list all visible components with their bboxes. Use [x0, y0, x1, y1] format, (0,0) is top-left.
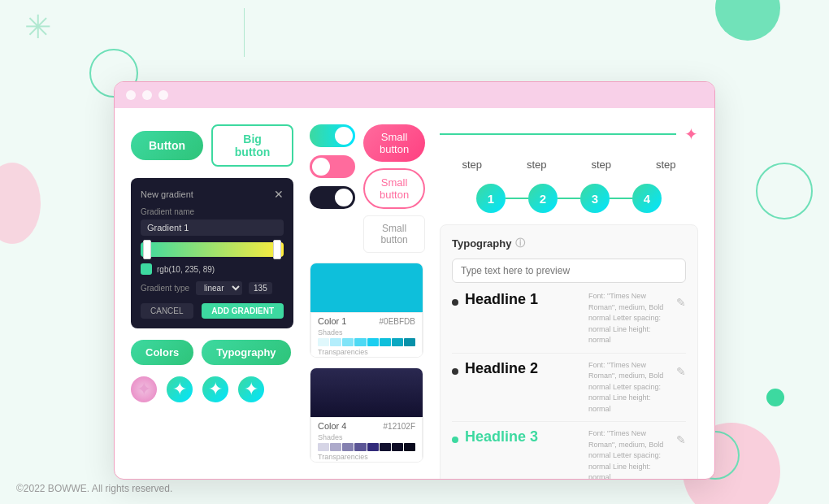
gradient-name-value: Gradient 1 — [141, 219, 284, 236]
gradient-angle-value: 135 — [249, 282, 272, 294]
headline-row-2: Headline 2 Font: "Times New Roman", medi… — [452, 360, 686, 423]
icon-star-1: ✦ — [131, 376, 157, 402]
bg-blob-left — [0, 163, 41, 244]
swatch-color-block-1 — [310, 263, 423, 312]
toggle-3[interactable] — [310, 186, 355, 209]
icon-star-3: ✦ — [202, 376, 228, 402]
toggle-1[interactable] — [310, 124, 355, 147]
shade-1-8 — [404, 338, 415, 346]
swatch-name-4: Color 4 — [318, 421, 346, 431]
swatch-name-1: Color 1 — [318, 316, 346, 326]
gradient-name-label: Gradient name — [141, 207, 284, 216]
step-line-3 — [610, 198, 632, 199]
typography-preview-input[interactable] — [452, 259, 686, 283]
typography-panel: Typography ⓘ Headline 1 Font: "Times New… — [440, 224, 698, 480]
shade-1-2 — [330, 338, 341, 346]
browser-titlebar — [115, 82, 714, 108]
headline-dot-2 — [452, 368, 458, 375]
swatch-shades-label-1: Shades — [318, 328, 415, 337]
bg-circle-outline-right — [756, 163, 813, 219]
toggle-2[interactable] — [310, 155, 355, 178]
buttons-row: Button Big button — [131, 124, 293, 167]
gradient-actions: CANCEL ADD GRADIENT — [141, 303, 284, 319]
colors-tab-button[interactable]: Colors — [131, 340, 193, 365]
browser-dot-1 — [126, 90, 136, 100]
small-button-rect[interactable]: Small button — [363, 215, 425, 253]
gradient-add-button[interactable]: ADD GRADIENT — [202, 303, 284, 319]
swatch-shades-label-4: Shades — [318, 433, 415, 441]
icon-star-2: ✦ — [167, 376, 193, 402]
shade-1-4 — [354, 338, 366, 346]
button-green[interactable]: Button — [131, 131, 203, 160]
gradient-type-row: Gradient type linear radial 135 — [141, 281, 284, 295]
swatch-info-1: Color 1 #0EBFDB Shades Transpar — [310, 312, 423, 358]
step-line-2 — [558, 198, 580, 199]
gradient-close-icon[interactable]: ✕ — [274, 188, 284, 201]
headline-text-1: Headline 1 — [465, 291, 582, 308]
tab-buttons: Colors Typography — [131, 340, 293, 365]
step-label-2: step — [512, 159, 561, 171]
toggle-knob-2 — [312, 158, 330, 176]
shade-grid-1 — [318, 338, 415, 346]
headline-edit-icon-2[interactable]: ✎ — [676, 365, 686, 378]
typography-title-text: Typography — [452, 237, 511, 250]
swatch-hex-1: #0EBFDB — [380, 317, 415, 326]
steps-circles-row: 1 2 3 4 — [440, 184, 698, 213]
small-button-pink[interactable]: Small button — [363, 124, 425, 162]
color-swatch-1: Color 1 #0EBFDB Shades Transpar — [310, 263, 423, 358]
shade-4-6 — [380, 443, 391, 451]
footer-text: ©2022 BOWWE. All rights reserved. — [16, 483, 172, 494]
shade-4-8 — [404, 443, 415, 451]
typography-tab-button[interactable]: Typography — [202, 340, 290, 365]
shade-4-3 — [342, 443, 354, 451]
shade-4-1 — [318, 443, 329, 451]
bg-circle-teal — [715, 0, 780, 41]
shade-grid-4 — [318, 443, 415, 451]
gradient-bar — [141, 242, 284, 257]
browser-dot-2 — [142, 90, 152, 100]
typography-panel-title: Typography ⓘ — [452, 237, 686, 250]
step-circle-4: 4 — [632, 184, 662, 213]
headline-edit-icon-1[interactable]: ✎ — [676, 296, 686, 309]
gradient-stop-right[interactable] — [273, 240, 281, 259]
browser-dot-3 — [158, 90, 168, 100]
swatch-name-row-1: Color 1 #0EBFDB — [318, 316, 415, 326]
step-circle-3: 3 — [580, 184, 610, 213]
gradient-panel-header: New gradient ✕ — [141, 188, 284, 201]
gradient-color-dot — [141, 263, 152, 275]
button-big-outline[interactable]: Big button — [211, 124, 293, 167]
left-panel: Button Big button New gradient ✕ Gradien… — [131, 124, 293, 463]
step-label-4: step — [641, 159, 690, 171]
step-labels-row: step step step step — [440, 159, 698, 171]
gradient-stop-left[interactable] — [143, 240, 151, 259]
toggle-container — [310, 124, 355, 209]
swatch-hex-4: #12102F — [384, 422, 415, 431]
headline-meta-2: Font: "Times New Roman", medium, Bold no… — [588, 360, 670, 415]
deco-star-pink: ✦ — [684, 124, 698, 144]
step-label-1: step — [448, 159, 497, 171]
headline-row-3: Headline 3 Font: "Times New Roman", medi… — [452, 428, 686, 480]
bg-line-top — [244, 8, 245, 57]
typography-info-icon: ⓘ — [515, 237, 525, 250]
shade-1-7 — [392, 338, 403, 346]
middle-panel: Small button Small button Small button C… — [310, 124, 423, 463]
gradient-cancel-button[interactable]: CANCEL — [141, 303, 193, 319]
swatch-name-row-4: Color 4 #12102F — [318, 421, 415, 431]
headline-row-1: Headline 1 Font: "Times New Roman", medi… — [452, 291, 686, 354]
headline-edit-icon-3[interactable]: ✎ — [676, 433, 686, 446]
step-line-1 — [506, 198, 528, 199]
gradient-type-select[interactable]: linear radial — [196, 281, 242, 295]
deco-line — [440, 133, 676, 135]
bg-star-decoration: ✳ — [24, 8, 52, 46]
swatch-trans-label-1: Transparencies — [318, 348, 415, 356]
shade-1-3 — [342, 338, 354, 346]
swatch-trans-label-4: Transparencies — [318, 453, 415, 461]
headline-text-2: Headline 2 — [465, 360, 582, 377]
gradient-color-value: rgb(10, 235, 89) — [157, 265, 215, 274]
headline-meta-3: Font: "Times New Roman", medium, Bold no… — [588, 428, 670, 480]
shade-4-2 — [330, 443, 341, 451]
shade-1-6 — [380, 338, 391, 346]
small-button-outline-pink[interactable]: Small button — [363, 168, 425, 209]
step-circle-2: 2 — [528, 184, 558, 213]
toggle-knob-1 — [335, 127, 353, 145]
